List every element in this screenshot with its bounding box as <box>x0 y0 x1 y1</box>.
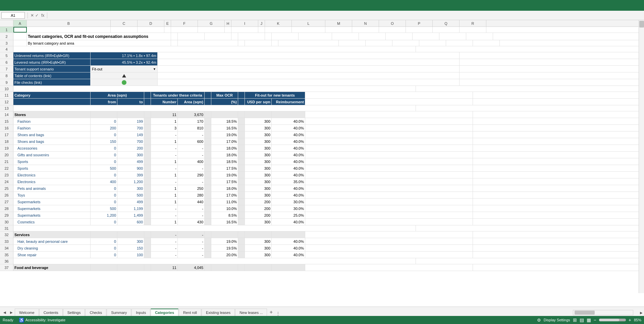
cell-Q3[interactable] <box>446 40 473 46</box>
cell-P2[interactable] <box>413 33 439 40</box>
cell-H1[interactable] <box>225 27 231 33</box>
cell-E2[interactable] <box>171 33 178 40</box>
cell-F1[interactable] <box>171 27 198 33</box>
cell-P1[interactable] <box>406 27 433 33</box>
cell-I3[interactable] <box>245 40 272 46</box>
tab-new-leases-...[interactable]: New leases ... <box>235 309 267 316</box>
cell-Q1[interactable] <box>433 27 460 33</box>
col-Q[interactable]: Q <box>433 20 460 26</box>
cell-B2[interactable]: Tenant categories, OCR and fit-out compe… <box>27 33 171 40</box>
cell-R1[interactable] <box>460 27 486 33</box>
cell-R2[interactable] <box>466 33 493 40</box>
col-C[interactable]: C <box>111 20 138 26</box>
col-A[interactable]: A <box>13 20 27 26</box>
cell-A1[interactable] <box>13 27 27 33</box>
cell-H3[interactable] <box>238 40 245 46</box>
cell-M2[interactable] <box>332 33 359 40</box>
cell-F3[interactable] <box>178 40 238 46</box>
tab-existing-leases[interactable]: Existing leases <box>202 309 235 316</box>
col-B[interactable]: B <box>27 20 111 26</box>
cell-M1[interactable] <box>325 27 352 33</box>
cell-C1[interactable] <box>111 27 138 33</box>
cell-F26: 1 <box>151 192 178 198</box>
cell-N2[interactable] <box>359 33 386 40</box>
tab-contents[interactable]: Contents <box>39 309 63 316</box>
cell-F2[interactable] <box>178 33 205 40</box>
col-G[interactable]: G <box>198 20 225 26</box>
zoom-in-icon[interactable]: + <box>629 317 631 323</box>
cell-B3[interactable]: By tenant category and area <box>27 40 171 46</box>
cell-CD7[interactable]: Fit-out ▼ <box>91 66 158 72</box>
cell-Q2[interactable] <box>439 33 466 40</box>
col-E[interactable]: E <box>164 20 171 26</box>
cell-D16: 700 <box>117 125 144 131</box>
v-scrollbar[interactable] <box>639 20 644 293</box>
col-K[interactable]: K <box>265 20 292 26</box>
normal-view-icon[interactable]: ⊞ <box>573 317 577 323</box>
display-settings-label[interactable]: Display Settings <box>544 318 570 322</box>
cell-I2[interactable] <box>238 33 265 40</box>
col-L[interactable]: L <box>292 20 325 26</box>
page-break-icon[interactable]: ▦ <box>587 317 591 323</box>
cell-K2[interactable] <box>272 33 299 40</box>
col-F[interactable]: F <box>171 20 198 26</box>
cell-O3[interactable] <box>392 40 419 46</box>
cell-H2[interactable] <box>231 33 238 40</box>
zoom-slider[interactable] <box>599 319 626 321</box>
add-sheet-button[interactable]: + <box>267 309 275 316</box>
cell-rest12 <box>305 99 473 105</box>
col-M[interactable]: M <box>325 20 352 26</box>
cell-E3[interactable] <box>171 40 178 46</box>
col-O[interactable]: O <box>379 20 406 26</box>
zoom-out-icon[interactable]: − <box>594 317 596 323</box>
tab-menu-icon[interactable]: ⋮ <box>276 311 280 316</box>
tab-settings[interactable]: Settings <box>63 309 85 316</box>
col-J[interactable]: J <box>258 20 265 26</box>
col-R[interactable]: R <box>460 20 486 26</box>
cell-G2[interactable] <box>205 33 231 40</box>
cell-R3[interactable] <box>473 40 500 46</box>
tab-categories[interactable]: Categories <box>151 309 178 316</box>
scroll-right-btn[interactable]: ▶ <box>639 310 644 315</box>
cell-N1[interactable] <box>352 27 379 33</box>
tab-rent-roll[interactable]: Rent roll <box>179 309 201 316</box>
cell-B29: Supermarkets <box>13 212 91 218</box>
cell-O1[interactable] <box>379 27 406 33</box>
cell-A3[interactable] <box>13 40 27 46</box>
col-H[interactable]: H <box>225 20 231 26</box>
cell-J2[interactable] <box>265 33 272 40</box>
cell-O2[interactable] <box>386 33 413 40</box>
cell-D1[interactable] <box>138 27 164 33</box>
cell-L2[interactable] <box>299 33 332 40</box>
h-scrollbar[interactable] <box>573 310 633 315</box>
tab-summary[interactable]: Summary <box>107 309 131 316</box>
cell-I1[interactable] <box>231 27 258 33</box>
col-D[interactable]: D <box>138 20 164 26</box>
cell-K1[interactable] <box>265 27 292 33</box>
cell-J3[interactable] <box>272 40 278 46</box>
cell-K35: 300 <box>245 252 272 258</box>
formula-input[interactable] <box>50 12 643 19</box>
col-P[interactable]: P <box>406 20 433 26</box>
name-box[interactable] <box>1 12 25 19</box>
tab-checks[interactable]: Checks <box>85 309 106 316</box>
tab-welcome[interactable]: Welcome <box>15 309 39 316</box>
col-N[interactable]: N <box>352 20 379 26</box>
cell-J1[interactable] <box>258 27 265 33</box>
cell-P3[interactable] <box>419 40 446 46</box>
page-layout-icon[interactable]: ▤ <box>580 317 584 323</box>
cell-N3[interactable] <box>366 40 392 46</box>
col-I[interactable]: I <box>231 20 258 26</box>
cell-G1[interactable] <box>198 27 225 33</box>
cell-E1[interactable] <box>164 27 171 33</box>
cell-M3[interactable] <box>339 40 366 46</box>
tab-inputs[interactable]: Inputs <box>131 309 150 316</box>
cell-L1[interactable] <box>292 27 325 33</box>
tab-nav-left[interactable]: ◀ <box>1 309 8 316</box>
cell-B1[interactable] <box>27 27 111 33</box>
cell-K3[interactable] <box>278 40 339 46</box>
tab-nav-right[interactable]: ▶ <box>8 309 15 316</box>
cell-J23 <box>238 172 245 178</box>
cell-A2[interactable] <box>13 33 27 40</box>
accessibility-area[interactable]: ♿ Accessibility: Investigate <box>19 318 65 323</box>
